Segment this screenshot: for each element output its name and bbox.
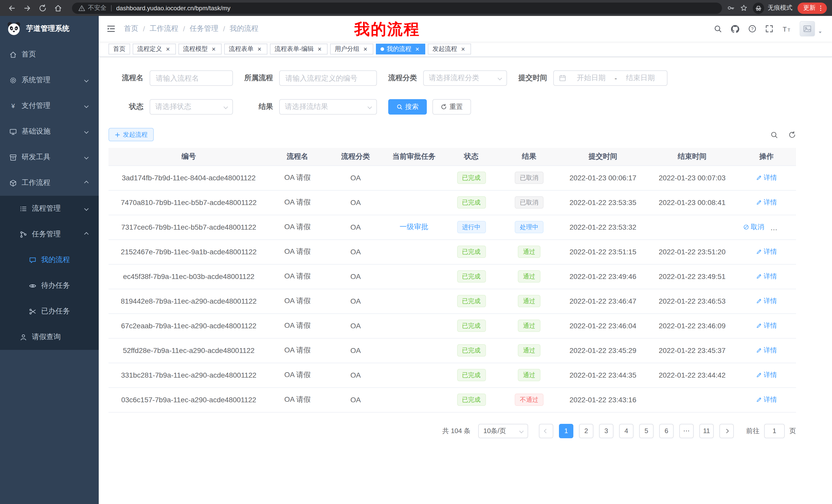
- browser-back-icon[interactable]: [5, 1, 19, 15]
- detail-action-link[interactable]: 详情: [756, 198, 777, 207]
- github-icon[interactable]: [731, 24, 739, 33]
- key-icon[interactable]: [727, 4, 735, 12]
- security-warning[interactable]: 不安全: [78, 4, 106, 12]
- hamburger-icon[interactable]: [106, 24, 116, 33]
- tab-process-definition[interactable]: 流程定义×: [133, 44, 176, 54]
- process-name: OA 请假: [269, 289, 326, 313]
- help-icon[interactable]: ?: [748, 25, 756, 33]
- result-cell: 通过: [500, 240, 558, 264]
- actions-cell: 详情: [737, 190, 796, 215]
- url-bar[interactable]: 不安全 dashboard.yudao.iocoder.cn/bpm/task/…: [72, 2, 722, 13]
- detail-action-link[interactable]: 详情: [756, 272, 777, 281]
- close-tab-icon[interactable]: ×: [164, 46, 171, 52]
- end-time: 2022-01-23 00:08:41: [647, 190, 737, 215]
- status-label: 状态: [108, 102, 144, 111]
- table-tools: [770, 131, 796, 138]
- sidebar-item-system[interactable]: 系统管理: [0, 67, 99, 93]
- category-select[interactable]: 请选择流程分类: [423, 71, 507, 86]
- close-tab-icon[interactable]: ×: [362, 46, 369, 52]
- tab-home[interactable]: 首页: [108, 44, 130, 54]
- process-def-input[interactable]: [279, 71, 377, 86]
- plus-icon: [115, 132, 120, 137]
- breadcrumb-item[interactable]: 首页: [124, 24, 138, 33]
- sidebar-item-done-tasks[interactable]: 已办任务: [0, 299, 99, 324]
- status-select[interactable]: 请选择状态: [150, 99, 233, 115]
- tab-user-group[interactable]: 用户分组×: [330, 44, 373, 54]
- page-button-6[interactable]: 6: [659, 424, 674, 438]
- result-cell: 通过: [500, 289, 558, 313]
- sidebar-item-home[interactable]: 首页: [0, 41, 99, 67]
- detail-action-link[interactable]: 详情: [756, 370, 777, 380]
- process-name-input[interactable]: [150, 71, 233, 86]
- detail-action-link[interactable]: 详情: [756, 321, 777, 330]
- sidebar-item-devtools[interactable]: 研发工具: [0, 144, 99, 170]
- page-button-1[interactable]: 1: [559, 424, 573, 438]
- start-process-button[interactable]: 发起流程: [108, 128, 154, 141]
- close-tab-icon[interactable]: ×: [256, 46, 263, 52]
- logo[interactable]: 芋道管理系统: [0, 16, 99, 41]
- date-range-picker[interactable]: 开始日期 - 结束日期: [553, 71, 668, 86]
- detail-action-link[interactable]: 详情: [756, 395, 777, 404]
- reset-button[interactable]: 重置: [433, 99, 471, 115]
- browser-reload-icon[interactable]: [36, 1, 49, 15]
- close-tab-icon[interactable]: ×: [460, 46, 466, 52]
- tab-process-model[interactable]: 流程模型×: [178, 44, 222, 54]
- sidebar-item-infra[interactable]: 基础设施: [0, 119, 99, 144]
- current-task-link[interactable]: 一级审批: [399, 222, 428, 231]
- browser-home-icon[interactable]: [51, 1, 65, 15]
- status-cell: 已完成: [443, 289, 500, 313]
- close-tab-icon[interactable]: ×: [210, 46, 217, 52]
- detail-action-link[interactable]: 详情: [756, 297, 777, 306]
- cancel-action-link[interactable]: 取消: [743, 222, 764, 232]
- user-menu[interactable]: [800, 21, 823, 36]
- browser-forward-icon[interactable]: [21, 1, 34, 15]
- edit-icon: [756, 323, 762, 329]
- sidebar-item-task-mgmt[interactable]: 任务管理: [0, 221, 99, 247]
- breadcrumb-item[interactable]: 任务管理: [190, 24, 218, 33]
- search-button[interactable]: 搜索: [388, 99, 427, 115]
- sidebar-item-workflow[interactable]: 工作流程: [0, 170, 99, 196]
- page-button-4[interactable]: 4: [619, 424, 633, 438]
- close-tab-icon[interactable]: ×: [316, 46, 323, 52]
- sidebar-item-process-mgmt[interactable]: 流程管理: [0, 196, 99, 221]
- kebab-menu-icon[interactable]: [817, 4, 824, 11]
- result-cell: 通过: [500, 264, 558, 289]
- result-select[interactable]: 请选择流结果: [279, 99, 377, 115]
- tab-process-form-edit[interactable]: 流程表单-编辑×: [270, 44, 328, 54]
- page-button-3[interactable]: 3: [599, 424, 614, 438]
- bookmark-star-icon[interactable]: [740, 4, 748, 12]
- process-category: OA: [326, 264, 385, 289]
- update-button[interactable]: 更新: [798, 2, 827, 13]
- sidebar-item-my-process[interactable]: 我的流程: [0, 247, 99, 273]
- detail-action-link[interactable]: 详情: [756, 247, 777, 256]
- goto-suffix: 页: [789, 426, 796, 436]
- chevron-up-icon: [84, 232, 89, 236]
- refresh-table-icon[interactable]: [788, 131, 796, 138]
- sidebar-item-payment[interactable]: ¥支付管理: [0, 93, 99, 119]
- sidebar-item-leave-query[interactable]: 请假查询: [0, 324, 99, 350]
- page-goto-input[interactable]: [764, 424, 785, 438]
- detail-action-link[interactable]: 详情: [756, 173, 777, 183]
- page-button-5[interactable]: 5: [639, 424, 654, 438]
- avatar[interactable]: [800, 21, 815, 36]
- tab-my-process[interactable]: 我的流程×: [376, 44, 425, 54]
- prev-page-button[interactable]: [539, 424, 553, 438]
- tab-process-form[interactable]: 流程表单×: [224, 44, 267, 54]
- close-tab-icon[interactable]: ×: [414, 46, 421, 52]
- page-button-11[interactable]: 11: [699, 424, 714, 438]
- detail-action-link[interactable]: 详情: [756, 346, 777, 355]
- fullscreen-icon[interactable]: [765, 25, 773, 33]
- tab-start-process[interactable]: 发起流程×: [428, 44, 471, 54]
- page-button-2[interactable]: 2: [579, 424, 593, 438]
- sidebar-item-todo-tasks[interactable]: 待办任务: [0, 273, 99, 299]
- refresh-icon: [441, 104, 447, 110]
- font-size-icon[interactable]: TT: [782, 24, 791, 33]
- status-badge: 进行中: [457, 221, 486, 233]
- breadcrumb-item[interactable]: 工作流程: [150, 24, 178, 33]
- branch-icon: [20, 230, 27, 238]
- next-page-button[interactable]: [719, 424, 734, 438]
- toggle-search-icon[interactable]: [770, 131, 778, 138]
- page-size-select[interactable]: 10条/页: [478, 424, 528, 438]
- search-icon[interactable]: [714, 25, 722, 33]
- page-more-button[interactable]: ⋯: [679, 424, 694, 438]
